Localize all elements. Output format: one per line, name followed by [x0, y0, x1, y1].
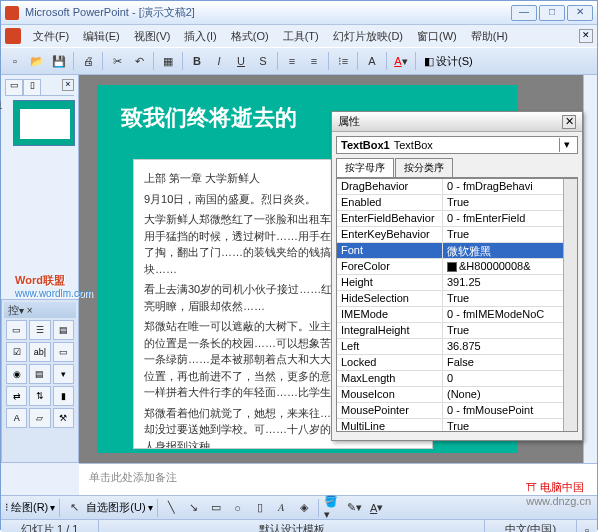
textbox-tool[interactable]: ab| — [29, 342, 50, 362]
status-slide: 幻灯片 1 / 1 — [1, 520, 99, 532]
doc-icon[interactable] — [5, 28, 21, 44]
tab-alphabetic[interactable]: 按字母序 — [336, 158, 394, 177]
image-tool[interactable]: ▱ — [29, 408, 50, 428]
slide-thumbnail[interactable] — [13, 100, 75, 146]
doc-close-button[interactable]: ✕ — [579, 29, 593, 43]
property-row[interactable]: Height391.25 — [337, 275, 577, 291]
watermark: Word联盟 www.wordlm.com — [15, 271, 93, 299]
spin-tool[interactable]: ⇅ — [29, 386, 50, 406]
line-color-icon[interactable]: ✎▾ — [345, 498, 365, 518]
menu-edit[interactable]: 编辑(E) — [77, 27, 126, 46]
outline-pane: ▭ ▯ × 1 — [1, 75, 79, 299]
outline-tab[interactable]: ▭ — [5, 79, 23, 95]
close-button[interactable]: ✕ — [567, 5, 593, 21]
menu-format[interactable]: 格式(O) — [225, 27, 275, 46]
standard-toolbar: ▫ 📂 💾 🖨 ✂ ↶ ▦ B I U S ≡ ≡ ⁝≡ A A▾ ◧ 设计(S… — [1, 47, 597, 75]
property-row[interactable]: Font微软雅黑… — [337, 243, 577, 259]
properties-tool[interactable]: ☰ — [29, 320, 50, 340]
bold-icon[interactable]: B — [187, 51, 207, 71]
property-row[interactable]: EnabledTrue — [337, 195, 577, 211]
font-increase-icon[interactable]: A — [362, 51, 382, 71]
new-icon[interactable]: ▫ — [5, 51, 25, 71]
properties-close-button[interactable]: ✕ — [562, 115, 576, 129]
fill-icon[interactable]: 🪣▾ — [323, 498, 343, 518]
vertical-scrollbar[interactable] — [583, 75, 597, 463]
more-tool[interactable]: ⚒ — [53, 408, 74, 428]
line-icon[interactable]: ╲ — [162, 498, 182, 518]
code-tool[interactable]: ▤ — [53, 320, 74, 340]
pointer-tool[interactable]: ▭ — [6, 320, 27, 340]
tab-categorized[interactable]: 按分类序 — [395, 158, 453, 177]
property-row[interactable]: IMEMode0 - fmIMEModeNoC — [337, 307, 577, 323]
oval-icon[interactable]: ○ — [228, 498, 248, 518]
scroll-tool[interactable]: ▮ — [53, 386, 74, 406]
rect-icon[interactable]: ▭ — [206, 498, 226, 518]
bullets-icon[interactable]: ⁝≡ — [333, 51, 353, 71]
list-tool[interactable]: ▤ — [29, 364, 50, 384]
menu-help[interactable]: 帮助(H) — [465, 27, 514, 46]
slides-tab[interactable]: ▯ — [23, 79, 41, 95]
property-row[interactable]: ForeColor&H80000008& — [337, 259, 577, 275]
open-icon[interactable]: 📂 — [27, 51, 47, 71]
dropdown-icon[interactable]: ▾ — [559, 138, 573, 152]
arrow-icon[interactable]: ↘ — [184, 498, 204, 518]
property-row[interactable]: EnterKeyBehaviorTrue — [337, 227, 577, 243]
property-row[interactable]: HideSelectionTrue — [337, 291, 577, 307]
menu-tools[interactable]: 工具(T) — [277, 27, 325, 46]
underline-icon[interactable]: U — [231, 51, 251, 71]
table-icon[interactable]: ▦ — [158, 51, 178, 71]
save-icon[interactable]: 💾 — [49, 51, 69, 71]
toolbox-header[interactable]: 控 ▾ × — [4, 302, 76, 318]
menu-view[interactable]: 视图(V) — [128, 27, 177, 46]
autoshapes-menu[interactable]: 自选图形(U) — [86, 500, 145, 515]
draw-menu[interactable]: 绘图(R) — [11, 500, 48, 515]
italic-icon[interactable]: I — [209, 51, 229, 71]
undo-icon[interactable]: ↶ — [129, 51, 149, 71]
minimize-button[interactable]: — — [511, 5, 537, 21]
menu-insert[interactable]: 插入(I) — [178, 27, 222, 46]
property-row[interactable]: MaxLength0 — [337, 371, 577, 387]
align-left-icon[interactable]: ≡ — [282, 51, 302, 71]
property-row[interactable]: LockedFalse — [337, 355, 577, 371]
align-center-icon[interactable]: ≡ — [304, 51, 324, 71]
combo-tool[interactable]: ▾ — [53, 364, 74, 384]
cut-icon[interactable]: ✂ — [107, 51, 127, 71]
status-language: 中文(中国) — [485, 520, 577, 532]
properties-titlebar[interactable]: 属性 ✕ — [332, 112, 582, 132]
checkbox-tool[interactable]: ☑ — [6, 342, 27, 362]
property-row[interactable]: MultiLineTrue — [337, 419, 577, 432]
label-tool[interactable]: A — [6, 408, 27, 428]
drawing-toolbar: ⁝ 绘图(R) ▾ ↖ 自选图形(U) ▾ ╲ ↘ ▭ ○ ▯ 𝐴 ◈ 🪣▾ ✎… — [1, 495, 597, 519]
shadow-icon[interactable]: S — [253, 51, 273, 71]
menu-window[interactable]: 窗口(W) — [411, 27, 463, 46]
toggle-tool[interactable]: ⇄ — [6, 386, 27, 406]
properties-window: 属性 ✕ TextBox1 TextBox ▾ 按字母序 按分类序 DragBe… — [331, 111, 583, 441]
notes-pane[interactable]: 单击此处添加备注 — [79, 463, 597, 495]
powerpoint-icon — [5, 6, 19, 20]
font-color-icon[interactable]: A▾ — [391, 51, 411, 71]
wordart-icon[interactable]: 𝐴 — [272, 498, 292, 518]
property-row[interactable]: IntegralHeightTrue — [337, 323, 577, 339]
design-button[interactable]: ◧ 设计(S) — [420, 54, 477, 69]
control-toolbox: 控 ▾ × ▭ ☰ ▤ ☑ ab| ▭ ◉ ▤ ▾ ⇄ ⇅ ▮ A ▱ ⚒ — [1, 299, 79, 463]
object-selector[interactable]: TextBox1 TextBox ▾ — [336, 136, 578, 154]
diagram-icon[interactable]: ◈ — [294, 498, 314, 518]
font-color2-icon[interactable]: A▾ — [367, 498, 387, 518]
properties-grid[interactable]: DragBehavior0 - fmDragBehaviEnabledTrueE… — [336, 178, 578, 432]
properties-scrollbar[interactable] — [563, 179, 577, 431]
select-icon[interactable]: ↖ — [64, 498, 84, 518]
property-row[interactable]: Left36.875 — [337, 339, 577, 355]
menu-file[interactable]: 文件(F) — [27, 27, 75, 46]
pane-close-button[interactable]: × — [62, 79, 74, 91]
property-row[interactable]: MousePointer0 - fmMousePoint — [337, 403, 577, 419]
option-tool[interactable]: ◉ — [6, 364, 27, 384]
button-tool[interactable]: ▭ — [53, 342, 74, 362]
property-row[interactable]: DragBehavior0 - fmDragBehavi — [337, 179, 577, 195]
maximize-button[interactable]: □ — [539, 5, 565, 21]
text-icon[interactable]: ▯ — [250, 498, 270, 518]
status-spell-icon[interactable]: ▫ — [577, 520, 597, 532]
property-row[interactable]: EnterFieldBehavior0 - fmEnterField — [337, 211, 577, 227]
print-icon[interactable]: 🖨 — [78, 51, 98, 71]
property-row[interactable]: MouseIcon(None) — [337, 387, 577, 403]
menu-slideshow[interactable]: 幻灯片放映(D) — [327, 27, 409, 46]
